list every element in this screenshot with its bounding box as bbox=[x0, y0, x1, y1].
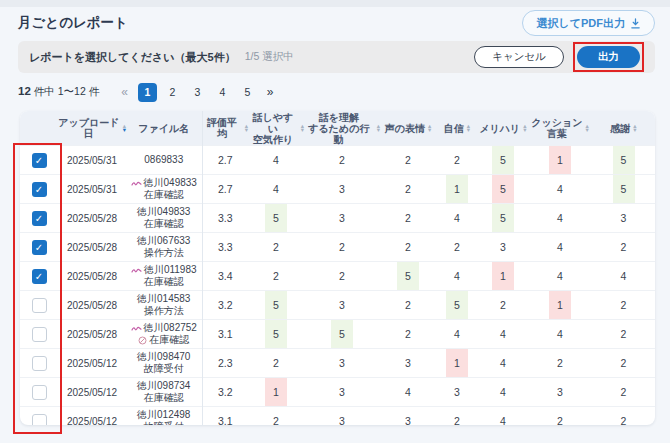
row-checkbox[interactable] bbox=[32, 327, 47, 342]
avg-score-cell: 3.2 bbox=[202, 378, 248, 407]
pagination: 12件中 1〜12 件 « 1 2 3 4 5 » bbox=[18, 81, 274, 103]
cancel-button[interactable]: キャンセル bbox=[474, 46, 564, 68]
checkbox-cell bbox=[20, 407, 58, 426]
score-cell: 5 bbox=[248, 204, 304, 233]
column-header-easy-atmosphere[interactable]: 話しやすい空気作り▴▾ bbox=[248, 111, 304, 146]
pagination-prev[interactable]: « bbox=[121, 85, 128, 99]
face-icon bbox=[138, 336, 147, 345]
column-header-avg-score[interactable]: 評価平均▴▾ bbox=[202, 111, 248, 146]
score-cell: 2 bbox=[436, 233, 478, 262]
score-cell: 3 bbox=[528, 378, 592, 407]
upload-date-cell: 2025/05/28 bbox=[58, 233, 126, 262]
score-cell: 2 bbox=[380, 291, 436, 320]
file-name-cell: 徳川098470故障受付 bbox=[126, 349, 202, 378]
sort-icon: ▴▾ bbox=[428, 124, 431, 133]
result-count-number: 12 bbox=[18, 85, 31, 97]
row-checkbox[interactable] bbox=[32, 356, 47, 371]
checkbox-cell: ✓ bbox=[20, 233, 58, 262]
file-name-cell: 徳川049833在庫確認 bbox=[126, 204, 202, 233]
checkbox-cell bbox=[20, 378, 58, 407]
column-header-gratitude[interactable]: 感謝▴▾ bbox=[592, 111, 655, 146]
column-header-confidence[interactable]: 自信▴▾ bbox=[436, 111, 478, 146]
score-cell: 4 bbox=[478, 349, 528, 378]
column-header-modulation[interactable]: メリハリ▴▾ bbox=[478, 111, 528, 146]
row-checkbox[interactable] bbox=[32, 385, 47, 400]
score-cell: 3 bbox=[304, 175, 380, 204]
score-cell: 2 bbox=[248, 349, 304, 378]
score-cell: 3 bbox=[436, 378, 478, 407]
score-cell: 2 bbox=[248, 262, 304, 291]
column-header-voice-expression[interactable]: 声の表情▴▾ bbox=[380, 111, 436, 146]
score-cell: 4 bbox=[528, 204, 592, 233]
download-icon bbox=[630, 18, 641, 29]
row-checkbox[interactable]: ✓ bbox=[32, 269, 47, 284]
score-cell: 3 bbox=[304, 407, 380, 426]
export-button[interactable]: 出力 bbox=[577, 46, 640, 68]
avg-score-cell: 3.3 bbox=[202, 233, 248, 262]
column-header-upload-date[interactable]: アップロード日▴▾ bbox=[58, 111, 126, 146]
avg-score-cell: 3.2 bbox=[202, 291, 248, 320]
pagination-page-3[interactable]: 3 bbox=[188, 83, 207, 102]
score-cell: 3 bbox=[380, 349, 436, 378]
score-cell: 3 bbox=[304, 378, 380, 407]
pagination-page-5[interactable]: 5 bbox=[238, 83, 257, 102]
avg-score-cell: 2.7 bbox=[202, 146, 248, 175]
checkbox-cell: ✓ bbox=[20, 204, 58, 233]
score-cell: 5 bbox=[304, 320, 380, 349]
score-cell: 4 bbox=[248, 175, 304, 204]
table-header-row: アップロード日▴▾ファイル名評価平均▴▾話しやすい空気作り▴▾話を理解するための… bbox=[20, 111, 655, 146]
row-checkbox[interactable] bbox=[32, 298, 47, 313]
column-header-file-name: ファイル名 bbox=[126, 111, 202, 146]
upload-date-cell: 2025/05/31 bbox=[58, 175, 126, 204]
checkbox-cell bbox=[20, 320, 58, 349]
score-cell: 2 bbox=[592, 233, 655, 262]
pagination-next[interactable]: » bbox=[267, 85, 274, 99]
score-cell: 5 bbox=[592, 146, 655, 175]
score-cell: 2 bbox=[592, 291, 655, 320]
score-cell: 4 bbox=[380, 378, 436, 407]
result-count: 12件中 1〜12 件 bbox=[18, 85, 99, 99]
upload-date-cell: 2025/05/31 bbox=[58, 146, 126, 175]
pagination-page-4[interactable]: 4 bbox=[213, 83, 232, 102]
selection-bar: レポートを選択してください（最大5件） 1/5 選択中 キャンセル 出力 bbox=[18, 41, 655, 73]
table-row: 2025/05/12徳川098470故障受付2.32331422 bbox=[20, 349, 655, 378]
row-checkbox[interactable]: ✓ bbox=[32, 211, 47, 226]
selection-instruction: レポートを選択してください（最大5件） bbox=[29, 50, 236, 65]
score-cell: 2 bbox=[592, 407, 655, 426]
score-cell: 2 bbox=[436, 146, 478, 175]
score-cell: 2 bbox=[380, 233, 436, 262]
score-cell: 4 bbox=[478, 378, 528, 407]
table-row: 2025/05/28徳川014583操作方法3.25325212 bbox=[20, 291, 655, 320]
score-cell: 4 bbox=[248, 146, 304, 175]
column-header-cushion-words[interactable]: クッション言葉▴▾ bbox=[528, 111, 592, 146]
score-cell: 4 bbox=[528, 262, 592, 291]
pagination-page-1[interactable]: 1 bbox=[138, 83, 157, 102]
page-title: 月ごとのレポート bbox=[18, 14, 128, 32]
avg-score-cell: 3.1 bbox=[202, 320, 248, 349]
row-checkbox[interactable]: ✓ bbox=[32, 153, 47, 168]
score-cell: 3 bbox=[592, 204, 655, 233]
table-row: 2025/05/12徳川098734在庫確認3.21343432 bbox=[20, 378, 655, 407]
score-cell: 5 bbox=[380, 262, 436, 291]
sort-icon: ▴▾ bbox=[123, 124, 126, 133]
checkbox-cell: ✓ bbox=[20, 175, 58, 204]
select-column-header bbox=[20, 111, 58, 146]
score-cell: 4 bbox=[528, 320, 592, 349]
score-cell: 4 bbox=[528, 175, 592, 204]
page-header: 月ごとのレポート 選択してPDF出力 bbox=[18, 9, 655, 37]
score-cell: 1 bbox=[436, 349, 478, 378]
score-cell: 2 bbox=[592, 320, 655, 349]
score-cell: 5 bbox=[592, 175, 655, 204]
avg-score-cell: 2.7 bbox=[202, 175, 248, 204]
column-header-understanding-actions[interactable]: 話を理解するための行動▴▾ bbox=[304, 111, 380, 146]
file-name-cell: 徳川014583操作方法 bbox=[126, 291, 202, 320]
score-cell: 2 bbox=[248, 407, 304, 426]
avg-score-cell: 3.1 bbox=[202, 407, 248, 426]
row-checkbox[interactable]: ✓ bbox=[32, 240, 47, 255]
row-checkbox[interactable] bbox=[32, 414, 47, 426]
table-row: ✓2025/05/31徳川049833在庫確認2.74321545 bbox=[20, 175, 655, 204]
checkbox-cell: ✓ bbox=[20, 262, 58, 291]
pdf-export-button[interactable]: 選択してPDF出力 bbox=[522, 10, 655, 36]
pagination-page-2[interactable]: 2 bbox=[163, 83, 182, 102]
row-checkbox[interactable]: ✓ bbox=[32, 182, 47, 197]
